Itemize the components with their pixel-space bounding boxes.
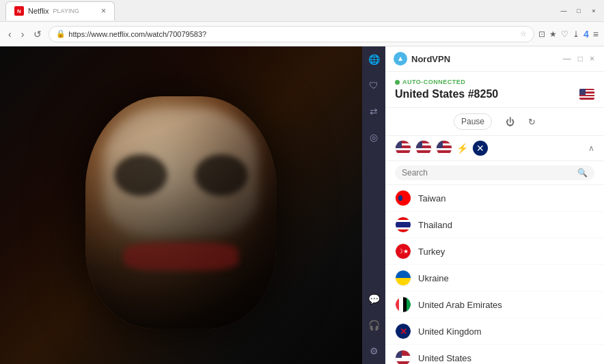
country-list[interactable]: Taiwan Thailand ☽★ Turkey [385, 185, 604, 364]
quick-flag-2[interactable] [415, 140, 432, 156]
quick-flag-1[interactable] [395, 140, 411, 156]
window-controls: — □ × [559, 6, 599, 16]
nordvpn-logo [394, 52, 407, 66]
download-icon[interactable]: ⤓ [573, 29, 579, 39]
lock-icon: 🔒 [56, 29, 66, 38]
country-name-thailand: Thailand [418, 220, 452, 230]
vpn-close-icon[interactable]: × [588, 53, 596, 65]
minimize-button[interactable]: — [559, 6, 568, 16]
sidebar-chat-icon[interactable]: 💬 [366, 292, 381, 307]
country-name-ukraine: Ukraine [418, 273, 449, 283]
quick-flag-gb[interactable] [472, 140, 489, 156]
vpn-header: NordVPN — □ × [385, 46, 604, 72]
country-item-turkey[interactable]: ☽★ Turkey [385, 238, 604, 265]
server-row: United States #8250 [395, 88, 594, 100]
address-bar[interactable]: 🔒 https://www.netflix.com/watch/70079583… [49, 26, 534, 42]
tab-close-button[interactable]: × [101, 6, 106, 16]
country-name-uae: United Arab Emirates [418, 300, 502, 310]
power-icon[interactable]: ⏻ [506, 117, 514, 127]
nordvpn-panel: 🌐 🛡 ⇄ ◎ 💬 🎧 ⚙ NordVPN — □ [362, 46, 604, 364]
close-button[interactable]: × [589, 6, 599, 16]
auto-connected-badge: AUTO-CONNECTED [395, 79, 594, 85]
video-background [0, 46, 362, 364]
search-icon: 🔍 [577, 168, 588, 178]
country-name-uk: United Kingdom [418, 326, 482, 337]
nord-logo-svg [396, 54, 405, 64]
country-name-turkey: Turkey [418, 247, 445, 257]
search-row: 🔍 [385, 161, 604, 185]
back-button[interactable]: ‹ [5, 27, 14, 41]
search-box[interactable]: 🔍 [395, 165, 594, 180]
pause-label: Pause [461, 117, 484, 126]
lightning-icon[interactable]: ⚡ [456, 143, 468, 154]
vpn-main-panel: NordVPN — □ × AUTO-CONNECTED United Stat… [385, 46, 604, 364]
quick-flag-3[interactable] [436, 140, 452, 156]
country-item-thailand[interactable]: Thailand [385, 212, 604, 238]
country-item-uk[interactable]: ✕ United Kingdom [385, 318, 604, 345]
control-row: Pause ⏻ ↻ [385, 108, 604, 136]
country-item-taiwan[interactable]: Taiwan [385, 185, 604, 212]
sidebar-headset-icon[interactable]: 🎧 [366, 318, 381, 333]
flag-uk: ✕ [395, 323, 411, 339]
connected-badge-text: AUTO-CONNECTED [402, 79, 465, 85]
browser-tab[interactable]: N Netflix PLAYING × [5, 1, 115, 20]
vpn-maximize-icon[interactable]: □ [577, 53, 584, 65]
url-text: https://www.netflix.com/watch/70079583? [68, 30, 206, 38]
country-name-us: United States [418, 353, 471, 363]
server-name: United States #8250 [395, 88, 574, 100]
tab-title: Netflix [28, 7, 49, 15]
star-icon[interactable]: ★ [549, 29, 557, 39]
flag-ukraine [395, 270, 411, 286]
joker-image [85, 96, 277, 328]
forward-button[interactable]: › [18, 27, 27, 41]
flag-turkey: ☽★ [395, 243, 411, 260]
sidebar-globe-icon[interactable]: 🌐 [366, 52, 381, 67]
browser-addressbar: ‹ › ↺ 🔒 https://www.netflix.com/watch/70… [0, 22, 604, 46]
search-input[interactable] [402, 168, 573, 178]
bookmark-icon[interactable]: ☆ [520, 29, 527, 38]
chevron-up-icon[interactable]: ∧ [588, 143, 594, 153]
pause-button[interactable]: Pause [454, 113, 492, 130]
netflix-video-area[interactable] [0, 46, 362, 364]
connected-indicator [395, 80, 400, 85]
flag-us-list [395, 350, 411, 364]
netflix-favicon: N [14, 6, 24, 16]
browser-toolbar: ⊡ ★ ♡ ⤓ 4 ≡ [538, 29, 599, 40]
flag-thailand [395, 216, 411, 233]
vpn-app-title: NordVPN [411, 54, 450, 64]
country-item-uae[interactable]: United Arab Emirates [385, 292, 604, 318]
country-item-ukraine[interactable]: Ukraine [385, 265, 604, 292]
quick-connect-row: ⚡ ∧ [385, 136, 604, 161]
country-item-us[interactable]: United States [385, 345, 604, 364]
refresh-button[interactable]: ↺ [31, 27, 44, 41]
maximize-button[interactable]: □ [574, 6, 584, 16]
connected-section: AUTO-CONNECTED United States #8250 [385, 72, 604, 108]
country-name-taiwan: Taiwan [418, 193, 445, 204]
menu-icon[interactable]: ≡ [593, 29, 599, 40]
tab-subtitle: PLAYING [53, 8, 79, 14]
flag-taiwan [395, 190, 411, 206]
connected-country-flag [579, 89, 594, 100]
address-bar-icons: ☆ [520, 29, 527, 38]
sidebar-target-icon[interactable]: ◎ [366, 130, 381, 145]
vpn-sidebar-strip: 🌐 🛡 ⇄ ◎ 💬 🎧 ⚙ [362, 46, 385, 364]
extensions-icon[interactable]: 4 [584, 29, 589, 40]
browser-titlebar: N Netflix PLAYING × — □ × [0, 0, 604, 22]
refresh-icon[interactable]: ↻ [528, 117, 536, 127]
sidebar-connect-icon[interactable]: ⇄ [366, 104, 381, 119]
sidebar-settings-icon[interactable]: ⚙ [366, 344, 381, 359]
sidebar-shield-icon[interactable]: 🛡 [366, 78, 381, 93]
vpn-minimize-icon[interactable]: — [562, 53, 573, 65]
screenshot-icon[interactable]: ⊡ [538, 29, 545, 39]
content-area: 🌐 🛡 ⇄ ◎ 💬 🎧 ⚙ NordVPN — □ [0, 46, 604, 364]
heart-icon[interactable]: ♡ [561, 29, 568, 39]
flag-uae [395, 296, 411, 313]
